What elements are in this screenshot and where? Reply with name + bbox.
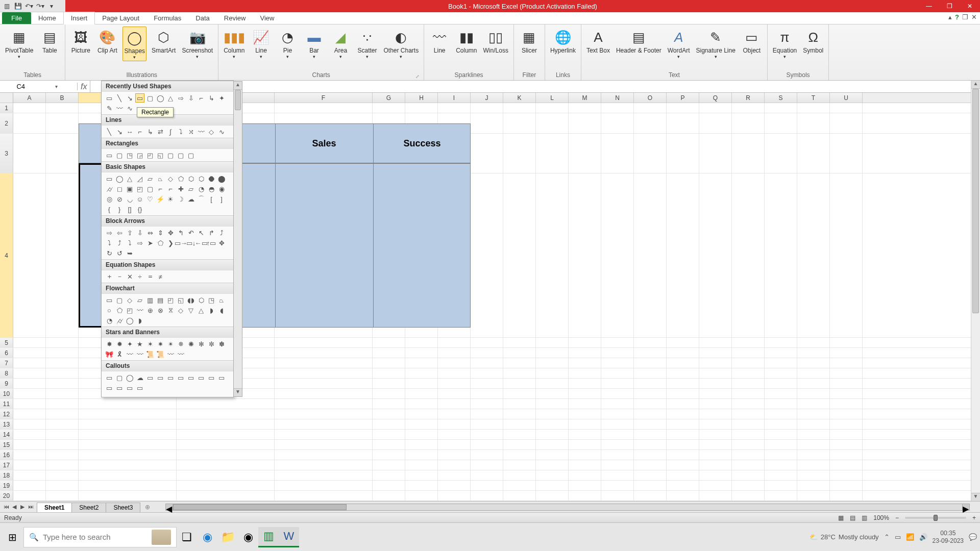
- cell[interactable]: [601, 358, 634, 368]
- cell[interactable]: [471, 440, 503, 449]
- cell[interactable]: [765, 113, 797, 133]
- shape-star8-icon[interactable]: ✴: [166, 339, 175, 348]
- shape-plus-icon[interactable]: ✚: [176, 184, 185, 193]
- tray-chevron-icon[interactable]: ⌃: [884, 533, 890, 541]
- cell[interactable]: [503, 134, 536, 173]
- cell[interactable]: [569, 491, 601, 500]
- cell[interactable]: [601, 460, 634, 470]
- cell[interactable]: [405, 470, 438, 480]
- col-header-u[interactable]: U: [830, 93, 863, 103]
- cell[interactable]: [405, 419, 438, 429]
- cell[interactable]: [569, 481, 601, 490]
- cell[interactable]: [275, 481, 373, 490]
- cell[interactable]: [765, 409, 797, 419]
- cell[interactable]: [601, 173, 634, 337]
- cell[interactable]: [797, 348, 830, 358]
- cell[interactable]: [471, 419, 503, 429]
- cell[interactable]: [667, 450, 699, 460]
- row-header-17[interactable]: 17: [0, 460, 13, 470]
- shape-curve-icon[interactable]: 〰: [115, 104, 124, 113]
- shape-display-icon[interactable]: ◗: [135, 316, 144, 325]
- shape-extract-icon[interactable]: ▽: [186, 306, 195, 315]
- shape-freeform-icon[interactable]: ✎: [105, 104, 114, 113]
- cell[interactable]: [79, 419, 177, 429]
- object-button[interactable]: ▭Object: [741, 27, 763, 55]
- cell[interactable]: [797, 103, 830, 113]
- row-header-5[interactable]: 5: [0, 338, 13, 347]
- shape-line-icon[interactable]: ╲: [115, 93, 124, 103]
- shape-alt-process-icon[interactable]: ▢: [115, 295, 124, 305]
- sheet-tab-2[interactable]: Sheet2: [71, 503, 106, 512]
- cell[interactable]: [667, 491, 699, 500]
- shape-magnetic-disk-icon[interactable]: ⌭: [115, 316, 124, 325]
- cell[interactable]: [13, 134, 46, 173]
- shape-right-arrow-icon[interactable]: ⇨: [105, 228, 114, 237]
- shape-half-frame-icon[interactable]: ⌐: [156, 184, 165, 193]
- shape-left-arrow-icon[interactable]: ⇦: [115, 228, 124, 237]
- cell[interactable]: [601, 399, 634, 409]
- cell[interactable]: [471, 470, 503, 480]
- cell[interactable]: [177, 460, 275, 470]
- cell[interactable]: [373, 440, 405, 449]
- shape-striped-right-arrow-icon[interactable]: ⇨: [135, 238, 144, 247]
- cell[interactable]: [667, 430, 699, 439]
- shape-donut-icon[interactable]: ◎: [105, 194, 114, 204]
- cell[interactable]: [732, 173, 765, 337]
- cell[interactable]: [373, 491, 405, 500]
- view-normal-icon[interactable]: ▦: [838, 514, 844, 521]
- cell[interactable]: [667, 419, 699, 429]
- zoom-out-button[interactable]: −: [895, 514, 899, 521]
- shape-ribbon-up-icon[interactable]: 🎀: [105, 349, 114, 359]
- cell[interactable]: [667, 113, 699, 133]
- shape-left-circular-arrow-icon[interactable]: ↺: [115, 248, 124, 258]
- shape-double-brace-icon[interactable]: {}: [135, 205, 144, 214]
- shape-star4-icon[interactable]: ✦: [125, 339, 134, 348]
- cell[interactable]: [46, 450, 79, 460]
- cell[interactable]: [797, 399, 830, 409]
- cell[interactable]: [438, 103, 471, 113]
- shape-terminator-icon[interactable]: ◖◗: [186, 295, 195, 305]
- shape-collate-icon[interactable]: ⧖: [166, 306, 175, 315]
- shape-octagon-icon[interactable]: ⯃: [207, 174, 216, 183]
- cell[interactable]: [830, 460, 863, 470]
- cell[interactable]: [797, 358, 830, 368]
- cell[interactable]: [405, 103, 438, 113]
- cell[interactable]: [471, 338, 503, 347]
- cell[interactable]: [79, 430, 177, 439]
- tab-data[interactable]: Data: [188, 12, 216, 24]
- cell[interactable]: [797, 338, 830, 347]
- shape-chord-icon[interactable]: ◓: [207, 184, 216, 193]
- pivottable-button[interactable]: ▦PivotTable▾: [4, 27, 34, 60]
- shape-round-single-icon[interactable]: ◱: [156, 151, 165, 160]
- shape-parallelogram-icon[interactable]: ▱: [145, 174, 155, 183]
- shape-chevron-icon[interactable]: ❯: [166, 238, 175, 247]
- shape-line-callout4-icon[interactable]: ▭: [176, 373, 185, 382]
- shape-star10-icon[interactable]: ✵: [176, 339, 185, 348]
- cell[interactable]: [405, 450, 438, 460]
- excel-taskbar-icon[interactable]: ▥: [258, 527, 279, 547]
- shape-line-callout1-icon[interactable]: ▭: [145, 373, 155, 382]
- shape-cube-icon[interactable]: ◻: [115, 184, 124, 193]
- shape-plus-icon[interactable]: ＋: [105, 272, 114, 281]
- shape-down-arrow-callout-icon[interactable]: ▭↓: [186, 238, 195, 247]
- cell[interactable]: [373, 348, 405, 358]
- cell[interactable]: [503, 358, 536, 368]
- cell[interactable]: [275, 103, 373, 113]
- cell[interactable]: [503, 379, 536, 388]
- shape-oval-icon[interactable]: ◯: [156, 93, 165, 103]
- cell[interactable]: [765, 358, 797, 368]
- shape-elbow-connector-icon[interactable]: ⌐: [135, 127, 144, 136]
- cell[interactable]: [797, 491, 830, 500]
- minimize-button[interactable]: —: [919, 0, 939, 12]
- shape-quad-arrow-callout-icon[interactable]: ✥: [217, 238, 226, 247]
- view-page-break-icon[interactable]: ▥: [862, 514, 867, 521]
- cell[interactable]: [634, 460, 667, 470]
- shapes-scrollbar[interactable]: ▲ ▼: [233, 81, 242, 397]
- cell[interactable]: [373, 481, 405, 490]
- shape-left-right-arrow-icon[interactable]: ⇔: [145, 228, 155, 237]
- column-chart-button[interactable]: ▮▮▮Column▾: [223, 27, 246, 60]
- cell[interactable]: [569, 450, 601, 460]
- shape-sort-icon[interactable]: ◇: [176, 306, 185, 315]
- cell[interactable]: [503, 409, 536, 419]
- cell[interactable]: [569, 338, 601, 347]
